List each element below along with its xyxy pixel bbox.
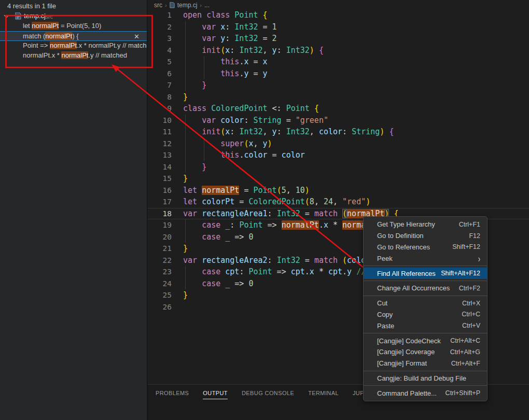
code-line[interactable]: 13 this.color = color xyxy=(148,149,529,161)
code-token: class xyxy=(183,104,206,113)
code-token: x xyxy=(225,46,230,55)
menu-item-cangjie-format[interactable]: [Cangjie] FormatCtrl+Alt+F xyxy=(364,358,487,369)
reference-result-row[interactable]: normalPt.x * normalPt.y // matched xyxy=(0,51,147,61)
code-line[interactable]: 9class ColoredPoint <: Point { xyxy=(148,103,529,115)
menu-separator xyxy=(364,265,487,266)
menu-item-go-to-references[interactable]: Go to ReferencesShift+F12 xyxy=(364,242,487,253)
code-token: : xyxy=(239,267,248,276)
code-token: 5 xyxy=(282,186,286,195)
results-summary: 4 results in 1 file xyxy=(7,2,56,10)
line-number: 23 xyxy=(148,266,183,278)
code-token: var xyxy=(202,116,216,125)
code-token: Int32 xyxy=(239,127,262,136)
menu-item-copy[interactable]: CopyCtrl+C xyxy=(364,309,487,320)
result-text: ) { xyxy=(72,32,78,40)
code-token: Int32 xyxy=(286,127,310,136)
file-icon xyxy=(15,12,21,20)
code-token: 1 xyxy=(272,22,277,32)
code-line[interactable]: 17let colorPt = ColoredPoint(8, 24, "red… xyxy=(148,196,529,208)
menu-separator xyxy=(364,333,487,333)
code-line[interactable]: 8} xyxy=(148,91,529,103)
breadcrumb[interactable]: src›temp.cj›... xyxy=(154,1,210,10)
word-occurrence-highlight: normalPt xyxy=(202,186,239,195)
code-token: = xyxy=(234,197,248,206)
breadcrumb-item[interactable]: src xyxy=(154,2,162,9)
menu-item-go-to-definition[interactable]: Go to DefinitionF12 xyxy=(364,230,487,242)
reference-result-row[interactable]: match (normalPt) {✕ xyxy=(0,31,147,41)
menu-item-find-all-references[interactable]: Find All ReferencesShift+Alt+F12 xyxy=(364,268,487,279)
menu-item-cangjie-coverage[interactable]: [Cangjie] CoverageCtrl+Alt+G xyxy=(364,346,487,358)
code-token: color xyxy=(220,116,244,125)
code-token: Point xyxy=(253,186,276,195)
menu-item-cangjie-codecheck[interactable]: [Cangjie] CodeCheckCtrl+Alt+C xyxy=(364,335,487,346)
code-token xyxy=(197,197,202,206)
line-number: 10 xyxy=(148,115,183,127)
code-token: { xyxy=(389,127,394,136)
chevron-down-icon[interactable] xyxy=(4,13,9,18)
code-token: match xyxy=(314,256,338,265)
dismiss-result-icon[interactable]: ✕ xyxy=(134,32,140,41)
menu-item-cangjie-build-and-debug-file[interactable]: Cangjie: Build and Debug File xyxy=(364,373,487,384)
code-token: x xyxy=(324,220,328,230)
panel-tab-problems[interactable]: PROBLEMS xyxy=(156,390,189,399)
menu-item-shortcut: Ctrl+X xyxy=(462,300,480,307)
code-token: , xyxy=(333,197,342,206)
code-token: } xyxy=(183,290,188,300)
code-line[interactable]: 16let normalPt = Point(5, 10) xyxy=(148,185,529,197)
code-token xyxy=(183,34,202,43)
code-line[interactable]: 2 var x: Int32 = 1 xyxy=(148,21,529,33)
code-line[interactable]: 3 var y: Int32 = 2 xyxy=(148,33,529,45)
code-token: Point xyxy=(234,10,258,20)
code-token: var xyxy=(202,34,216,43)
menu-item-label: Copy xyxy=(377,311,462,318)
code-line[interactable]: 1open class Point { xyxy=(148,9,529,21)
menu-item-shortcut: Ctrl+C xyxy=(462,311,480,318)
code-line[interactable]: 6 this.y = y xyxy=(148,68,529,80)
code-token xyxy=(183,279,202,288)
code-token: } xyxy=(183,92,188,102)
menu-item-change-all-occurrences[interactable]: Change All OccurrencesCtrl+F2 xyxy=(364,283,487,294)
file-result-row[interactable]: temp.cj src xyxy=(0,11,147,21)
code-token xyxy=(216,34,220,43)
panel-tab-debug-console[interactable]: DEBUG CONSOLE xyxy=(242,390,294,399)
code-token: => xyxy=(263,220,282,230)
code-token: init xyxy=(202,127,220,136)
panel-tab-output[interactable]: OUTPUT xyxy=(203,390,228,399)
menu-item-label: Command Palette... xyxy=(377,389,446,397)
match-highlight: normalPt xyxy=(45,32,72,40)
code-line[interactable]: 11 init(x: Int32, y: Int32, color: Strin… xyxy=(148,126,529,138)
menu-item-peek[interactable]: Peek› xyxy=(364,253,487,264)
code-token xyxy=(216,116,220,125)
menu-item-label: Change All Occurrences xyxy=(377,284,459,292)
code-token: Int32 xyxy=(277,256,300,265)
menu-item-command-palette[interactable]: Command Palette...Ctrl+Shift+P xyxy=(364,387,487,399)
menu-item-cut[interactable]: CutCtrl+X xyxy=(364,298,487,309)
code-line[interactable]: 14 } xyxy=(148,161,529,173)
panel-tab-terminal[interactable]: TERMINAL xyxy=(308,390,339,399)
code-token: y xyxy=(263,69,268,78)
code-token: ) xyxy=(310,46,314,55)
code-line[interactable]: 5 this.x = x xyxy=(148,56,529,68)
file-path-badge: src xyxy=(46,13,53,20)
line-number: 21 xyxy=(148,243,183,255)
reference-result-row[interactable]: let normalPt = Point(5, 10) xyxy=(0,21,147,31)
code-line[interactable]: 12 super(x, y) xyxy=(148,138,529,150)
code-token: _: xyxy=(220,220,239,230)
code-line[interactable]: 15} xyxy=(148,173,529,185)
code-line[interactable]: 10 var color: String = "green" xyxy=(148,115,529,127)
line-number: 22 xyxy=(148,255,183,267)
reference-result-row[interactable]: Point => normalPt.x * normalPt.y // matc… xyxy=(0,41,147,51)
breadcrumb-item[interactable]: ... xyxy=(204,2,210,9)
menu-item-get-type-hierarchy[interactable]: Get Type HierarchyCtrl+F1 xyxy=(364,219,487,230)
submenu-arrow-icon: › xyxy=(478,253,480,264)
code-token: , xyxy=(253,139,262,148)
line-number: 7 xyxy=(148,79,183,91)
breadcrumb-item[interactable]: temp.cj xyxy=(177,2,198,9)
menu-item-paste[interactable]: PasteCtrl+V xyxy=(364,320,487,331)
code-line[interactable]: 4 init(x: Int32, y: Int32) { xyxy=(148,45,529,57)
code-token: ( xyxy=(342,256,347,265)
result-text: Point => xyxy=(23,41,50,49)
result-text: .x * normalPt.y // matched xyxy=(77,41,154,49)
code-token: case xyxy=(202,267,220,276)
code-line[interactable]: 7 } xyxy=(148,79,529,91)
